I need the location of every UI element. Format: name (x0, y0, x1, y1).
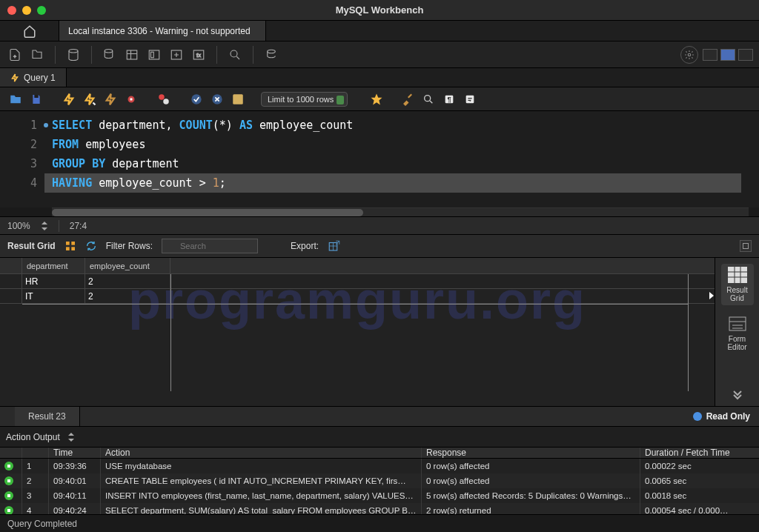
rollback-button[interactable] (209, 91, 225, 107)
result-grid-view-button[interactable]: Result Grid (721, 264, 754, 305)
window-maximize[interactable] (37, 6, 46, 15)
invisible-chars-button[interactable]: ¶ (441, 91, 457, 107)
ao-header-action[interactable]: Action (101, 448, 422, 458)
row-limit-select[interactable]: Limit to 1000 rows (261, 92, 348, 107)
svg-point-2 (69, 49, 78, 53)
result-toolbar: Result Grid Filter Rows: Export: (0, 234, 759, 258)
form-editor-view-button[interactable]: Form Editor (721, 313, 754, 354)
action-output-table: Time Action Response Duration / Fetch Ti… (0, 448, 759, 514)
action-output-row[interactable]: 309:40:11INSERT INTO employees (first_na… (0, 488, 759, 503)
open-sql-button[interactable] (28, 46, 46, 64)
save-file-button[interactable] (28, 91, 44, 107)
refresh-icon[interactable] (85, 240, 97, 252)
ao-header-response[interactable]: Response (422, 448, 640, 458)
result-body[interactable]: programguru.org HR2IT2 (0, 274, 715, 406)
right-panel-toggle[interactable] (738, 49, 753, 61)
svg-marker-56 (68, 439, 74, 442)
ao-header-time[interactable]: Time (49, 448, 101, 458)
folder-open-icon (30, 48, 44, 61)
action-output-label: Action Output (6, 432, 60, 442)
action-output-row[interactable]: 109:39:36USE mydatabase0 row(s) affected… (0, 459, 759, 473)
column-header-department[interactable]: department (22, 258, 85, 273)
autocommit-button[interactable] (230, 91, 246, 107)
file-plus-icon (8, 48, 21, 61)
action-output-row[interactable]: 409:40:24SELECT department, SUM(salary) … (0, 503, 759, 514)
svg-rect-44 (743, 244, 749, 249)
create-function-button[interactable]: fx (190, 46, 208, 64)
execute-button[interactable] (61, 91, 77, 107)
svg-marker-26 (371, 93, 382, 104)
svg-rect-4 (127, 50, 137, 59)
beautify-button[interactable] (400, 91, 416, 107)
ao-header-duration[interactable]: Duration / Fetch Time (640, 448, 759, 458)
export-icon[interactable] (328, 239, 341, 253)
action-output-row[interactable]: 209:40:01CREATE TABLE employees ( id INT… (0, 473, 759, 488)
window-close[interactable] (7, 6, 16, 15)
stop-button[interactable] (123, 91, 139, 107)
create-table-button[interactable] (123, 46, 141, 64)
sql-editor[interactable]: 1 2 3 4 SELECT department, COUNT(*) AS e… (0, 111, 759, 207)
side-chevron-icon (708, 290, 715, 301)
stepper-icon[interactable] (41, 221, 48, 231)
favorite-button[interactable] (368, 91, 385, 107)
svg-point-19 (159, 94, 165, 100)
query-tab[interactable]: Query 1 (0, 68, 67, 87)
result-grid-pane: department employee_count programguru.or… (0, 258, 715, 406)
search-table-button[interactable] (226, 46, 244, 64)
editor-code[interactable]: SELECT department, COUNT(*) AS employee_… (44, 111, 759, 207)
bottom-panel-toggle[interactable] (720, 49, 735, 61)
action-output-dropdown[interactable]: Action Output (6, 432, 75, 442)
svg-point-14 (268, 50, 276, 53)
window-minimize[interactable] (22, 6, 31, 15)
result-header-row: department employee_count (0, 258, 715, 274)
table-icon (125, 48, 139, 61)
commit-button[interactable] (188, 91, 205, 107)
toggle-no-limit-button[interactable] (156, 91, 172, 107)
ao-header-index (22, 448, 49, 458)
home-tab[interactable] (0, 21, 59, 41)
grid-view-icon[interactable] (64, 240, 76, 252)
svg-marker-55 (68, 433, 74, 436)
open-file-button[interactable] (7, 91, 24, 107)
svg-point-20 (163, 99, 169, 104)
connection-tab[interactable]: Local instance 3306 - Warning - not supp… (59, 21, 266, 41)
find-button[interactable] (420, 91, 437, 107)
action-output-select-bar: Action Output (0, 427, 759, 448)
lightning-icon (62, 93, 76, 106)
cursor-position: 27:4 (70, 221, 87, 231)
create-schema-button[interactable] (101, 46, 119, 64)
status-bar: Query Completed (0, 514, 759, 532)
read-only-icon (693, 412, 702, 421)
create-procedure-button[interactable] (168, 46, 185, 64)
new-sql-tab-button[interactable] (6, 46, 24, 64)
maximize-icon (741, 242, 750, 250)
result-tab[interactable]: Result 23 (15, 407, 80, 426)
save-icon (30, 93, 42, 105)
table-row[interactable]: HR2 (0, 274, 715, 289)
lightning-icon (10, 73, 19, 82)
database-icon (67, 48, 80, 61)
schema-icon (103, 48, 116, 61)
ao-header-status (0, 448, 22, 458)
editor-gutter: 1 2 3 4 (0, 111, 44, 207)
wrap-button[interactable] (462, 91, 478, 107)
query-tabbar: Query 1 (0, 68, 759, 87)
svg-rect-8 (151, 52, 154, 58)
search-icon (422, 93, 434, 105)
editor-h-scroll[interactable] (52, 207, 749, 216)
form-editor-view-label: Form Editor (727, 335, 746, 351)
explain-button[interactable] (102, 91, 119, 107)
column-header-employee-count[interactable]: employee_count (85, 258, 170, 273)
chevron-down-icon[interactable] (731, 390, 744, 400)
left-panel-toggle[interactable] (703, 49, 717, 61)
svg-rect-34 (66, 242, 70, 245)
action-output-body[interactable]: 109:39:36USE mydatabase0 row(s) affected… (0, 459, 759, 514)
execute-current-button[interactable] (82, 91, 98, 107)
table-row[interactable]: IT2 (0, 289, 715, 304)
settings-button[interactable] (680, 46, 698, 64)
create-view-button[interactable] (145, 46, 163, 64)
filter-rows-input[interactable] (162, 239, 258, 253)
maximize-result-button[interactable] (740, 240, 752, 252)
inspector-button[interactable] (64, 46, 82, 64)
reconnect-button[interactable] (262, 46, 280, 64)
